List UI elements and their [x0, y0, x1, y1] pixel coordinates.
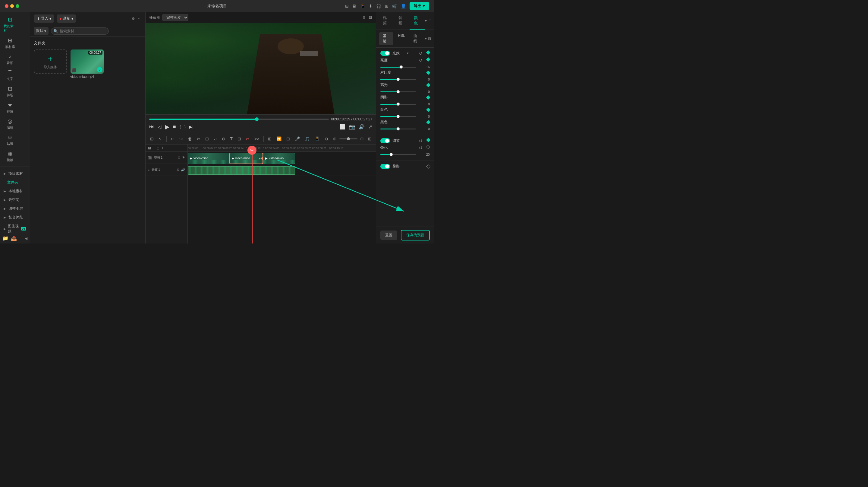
adjust-reset-button[interactable]: ↺	[419, 139, 423, 143]
scissors-active[interactable]: ✂	[244, 136, 251, 142]
tree-item-ai-video[interactable]: ▶ 图生视频 AI	[0, 222, 30, 233]
in-point-button[interactable]: {	[180, 124, 181, 129]
media-item-video[interactable]: 00:00:27 ⬛ ✓ video-miao.mp4	[70, 50, 104, 79]
shadows-diamond[interactable]	[426, 95, 430, 99]
mask-button[interactable]: ⊡	[285, 136, 291, 142]
zoom-in-button[interactable]: ⊕	[359, 136, 365, 142]
import-folder-icon[interactable]: 📁	[2, 235, 8, 241]
redo-button[interactable]: ↪	[178, 136, 184, 142]
download-icon[interactable]: ⬇	[369, 4, 373, 8]
contrast-diamond[interactable]	[426, 70, 430, 75]
audio-settings-icon[interactable]: ⚙	[177, 168, 180, 172]
tree-item-cloud[interactable]: ▶ 云空间	[0, 196, 30, 204]
sidebar-item-my-assets[interactable]: ⊡ 我的素材	[1, 15, 19, 35]
image-icon[interactable]: 🖼	[369, 16, 372, 20]
add-track-button[interactable]: ⊞	[149, 136, 155, 142]
add-video-track-button[interactable]: ⊞	[148, 146, 151, 150]
screen-record-button[interactable]: 📱	[313, 136, 321, 142]
tab-audio[interactable]: 音频	[394, 12, 410, 30]
export-button[interactable]: 导出 ▾	[410, 2, 429, 10]
highlights-diamond[interactable]	[426, 83, 430, 87]
screen-icon[interactable]: ⊞	[345, 4, 349, 8]
grid-view-button[interactable]: ⊞	[367, 136, 373, 142]
cart-icon[interactable]: 🛒	[392, 4, 397, 8]
sidebar-item-template[interactable]: ▦ 模板	[1, 148, 19, 164]
out-point-button[interactable]: }	[184, 124, 186, 129]
clip-3[interactable]: ▶ video-miao	[263, 153, 295, 164]
black-diamond[interactable]	[426, 120, 430, 124]
white-slider[interactable]	[380, 116, 416, 117]
minimize-button[interactable]	[10, 4, 14, 8]
more-tools[interactable]: >>	[253, 136, 261, 142]
tab-video[interactable]: 视频	[378, 12, 394, 30]
snapshot-button[interactable]: 📷	[349, 124, 355, 130]
monitor-icon[interactable]: 🖥	[352, 4, 356, 8]
tab-color[interactable]: 颜色	[410, 12, 425, 30]
progress-track[interactable]	[149, 119, 329, 120]
light-diamond-icon[interactable]	[426, 50, 430, 54]
video-settings-icon[interactable]: ⚙	[178, 156, 181, 160]
add-media-button[interactable]: + 导入媒体	[34, 50, 67, 74]
insert-button[interactable]: ▶|	[189, 124, 193, 129]
grid-icon[interactable]: ⊞	[363, 16, 366, 20]
brightness-diamond[interactable]	[426, 57, 430, 61]
import-button[interactable]: ⬆ 导入 ▾	[34, 15, 54, 23]
mobile-icon[interactable]: 📱	[360, 4, 365, 8]
tree-item-project-assets[interactable]: ▶ 项目素材	[0, 169, 30, 178]
sharpen-slider[interactable]	[380, 154, 416, 155]
adjust-diamond[interactable]	[426, 138, 430, 142]
reset-all-button[interactable]: 重置	[380, 231, 397, 240]
frame-back-button[interactable]: ◁	[158, 124, 161, 130]
cut-button[interactable]: ✂	[195, 136, 202, 142]
record-button[interactable]: ● 录制 ▾	[57, 15, 76, 23]
user-icon[interactable]: 👤	[401, 4, 406, 8]
layout-toggle-icon[interactable]: ⊡	[429, 19, 432, 23]
grid-icon[interactable]: ⊡	[428, 36, 431, 41]
collapse-icon[interactable]: ◀	[25, 236, 27, 240]
tree-item-folder[interactable]: 文件夹	[0, 178, 30, 187]
sidebar-item-transition[interactable]: ⊡ 转场	[1, 84, 19, 99]
zoom-slider[interactable]	[339, 138, 358, 139]
more-icon[interactable]: ⋯	[138, 17, 142, 21]
headphone-icon[interactable]: 🎧	[376, 4, 381, 8]
contrast-slider[interactable]	[380, 79, 416, 80]
sidebar-item-filter[interactable]: ◎ 滤镜	[1, 116, 19, 132]
delete-button[interactable]: 🗑	[186, 136, 193, 142]
sidebar-item-text[interactable]: T 文字	[1, 67, 19, 83]
undo-button[interactable]: ↩	[169, 136, 176, 142]
sharpen-reset-button[interactable]: ↺	[419, 145, 423, 150]
sort-button[interactable]: 默认 ▾	[34, 27, 49, 35]
quality-select[interactable]: 完整画质	[162, 14, 188, 21]
search-input[interactable]	[51, 27, 109, 35]
filter-settings-icon[interactable]: ⚙	[132, 17, 135, 21]
light-expand-icon[interactable]: ▾	[407, 51, 409, 55]
video-eye-icon[interactable]: 👁	[182, 156, 185, 160]
expand-icon[interactable]: ▾	[425, 36, 427, 41]
clip-1[interactable]: ▶ video-miao	[188, 153, 229, 164]
add-audio-track-button[interactable]: ♪	[153, 146, 155, 150]
crop-button[interactable]: ⊡	[204, 136, 210, 142]
sidebar-item-effects[interactable]: ★ 特效	[1, 100, 19, 116]
expand-button[interactable]: ⤢	[368, 124, 372, 130]
playhead[interactable]	[252, 152, 253, 244]
tree-item-adjustment[interactable]: ▶ 调整图层	[0, 204, 30, 213]
audio-volume-icon[interactable]: 🔊	[181, 168, 185, 172]
select-tool[interactable]: ↖	[157, 136, 164, 142]
sidebar-item-assets-library[interactable]: ⊞ 素材库	[1, 35, 19, 51]
maximize-button[interactable]	[16, 4, 19, 8]
sub-tab-basic[interactable]: 基础	[379, 32, 393, 45]
light-toggle[interactable]	[380, 51, 390, 56]
remove-segment-button[interactable]: ⊖	[323, 136, 330, 142]
layout-icon[interactable]: ⊞	[385, 4, 389, 8]
black-slider[interactable]	[380, 128, 416, 130]
zoom-out-button[interactable]: ⊕	[332, 136, 338, 142]
speed-button[interactable]: ⏩	[275, 136, 283, 142]
highlights-slider[interactable]	[380, 91, 416, 92]
music-button[interactable]: 🎵	[303, 136, 311, 142]
light-reset-button[interactable]: ↺	[419, 51, 423, 56]
shadows-slider[interactable]	[380, 104, 416, 105]
composite-button[interactable]: ⊞	[267, 136, 273, 142]
sidebar-item-sticker[interactable]: ☺ 贴纸	[1, 133, 19, 148]
play-button[interactable]: ▶	[165, 123, 169, 130]
close-button[interactable]	[5, 4, 8, 8]
